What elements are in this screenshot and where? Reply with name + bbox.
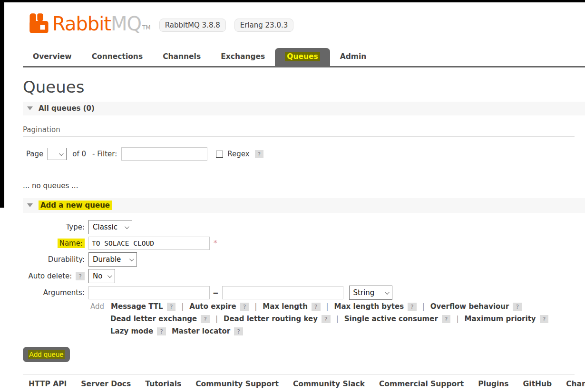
window-border-left (0, 0, 4, 208)
footer-link-community-support[interactable]: Community Support (195, 380, 279, 388)
nav-tabs: OverviewConnectionsChannelsExchangesQueu… (23, 48, 585, 67)
page-title: Queues (23, 77, 585, 96)
type-label: Type: (23, 223, 85, 231)
version-badge-rabbitmq: RabbitMQ 3.8.8 (159, 19, 226, 32)
argument-type-select[interactable]: String (349, 286, 392, 300)
separator: | (336, 315, 339, 323)
argument-link-max-length-bytes[interactable]: Max length bytes (334, 302, 404, 311)
help-icon[interactable]: ? (201, 315, 210, 323)
type-select[interactable]: Classic (88, 220, 132, 234)
help-icon[interactable]: ? (408, 303, 417, 311)
footer-link-tutorials[interactable]: Tutorials (145, 380, 181, 388)
arguments-row: Arguments: = String (23, 286, 585, 300)
argument-link-lazy-mode[interactable]: Lazy mode (110, 327, 153, 335)
tab-exchanges[interactable]: Exchanges (211, 48, 275, 66)
add-queue-button[interactable]: Add queue (23, 347, 70, 362)
chevron-down-icon (125, 224, 129, 229)
help-icon[interactable]: ? (442, 315, 451, 323)
help-icon[interactable]: ? (540, 315, 549, 323)
chevron-down-icon (107, 273, 112, 278)
auto-delete-select-value: No (93, 272, 102, 280)
tab-label: Channels (163, 52, 201, 61)
argument-link-maximum-priority[interactable]: Maximum priority (465, 315, 536, 323)
auto-delete-label: Auto delete: (28, 272, 72, 280)
help-icon[interactable]: ? (312, 303, 321, 311)
name-row: Name: * (23, 237, 585, 250)
durability-select-value: Durable (93, 255, 121, 264)
all-queues-section-header[interactable]: All queues (0) (23, 102, 585, 115)
help-icon[interactable]: ? (234, 327, 243, 335)
footer-link-github[interactable]: GitHub (523, 380, 552, 388)
tab-connections[interactable]: Connections (82, 48, 153, 66)
separator: | (456, 315, 458, 323)
filter-label: - Filter: (92, 150, 117, 158)
auto-delete-select[interactable]: No (88, 269, 115, 283)
help-icon[interactable]: ? (167, 303, 176, 311)
argument-link-auto-expire[interactable]: Auto expire (189, 302, 236, 311)
help-icon[interactable]: ? (240, 303, 249, 311)
add-word-label: Add (90, 302, 104, 311)
separator: | (326, 302, 329, 311)
queue-name-input[interactable] (88, 237, 210, 250)
collapse-triangle-icon (27, 106, 33, 110)
name-label: Name: (58, 239, 85, 248)
argument-links-row: AddMessage TTL?|Auto expire?|Max length?… (90, 302, 585, 311)
logo-wordmark: RabbitMQ (52, 14, 141, 34)
durability-select[interactable]: Durable (88, 252, 137, 267)
help-icon[interactable]: ? (322, 315, 331, 323)
tab-overview[interactable]: Overview (23, 48, 82, 66)
argument-link-dead-letter-routing-key[interactable]: Dead letter routing key (224, 315, 318, 323)
footer-link-commercial-support[interactable]: Commercial Support (379, 380, 464, 388)
help-icon[interactable]: ? (157, 327, 166, 335)
tab-channels[interactable]: Channels (153, 48, 211, 66)
chevron-down-icon (385, 290, 390, 295)
help-icon[interactable]: ? (513, 303, 522, 311)
rabbitmq-logo-icon (29, 13, 52, 34)
argument-link-message-ttl[interactable]: Message TTL (111, 302, 163, 311)
footer-link-server-docs[interactable]: Server Docs (81, 380, 131, 388)
page-label: Page (26, 150, 43, 158)
auto-delete-row: Auto delete: ? No (23, 269, 585, 283)
chevron-down-icon (129, 257, 134, 261)
separator: | (254, 302, 257, 311)
rabbitmq-logo[interactable]: RabbitMQ TM (29, 13, 151, 34)
header: RabbitMQ TM RabbitMQ 3.8.8 Erlang 23.0.3 (29, 0, 585, 34)
argument-key-input[interactable] (88, 286, 210, 299)
auto-delete-help-icon[interactable]: ? (76, 272, 85, 280)
window-border-top (0, 0, 585, 2)
add-queue-section-label: Add a new queue (39, 201, 112, 210)
tab-label: Exchanges (221, 52, 265, 61)
all-queues-label: All queues (0) (39, 104, 95, 113)
argument-link-overflow-behaviour[interactable]: Overflow behaviour (430, 302, 509, 311)
tab-label: Queues (285, 52, 320, 61)
regex-help-icon[interactable]: ? (255, 150, 264, 158)
filter-input[interactable] (121, 147, 207, 161)
argument-link-dead-letter-exchange[interactable]: Dead letter exchange (110, 315, 197, 323)
argument-value-input[interactable] (222, 286, 343, 299)
tab-queues[interactable]: Queues (275, 48, 330, 66)
argument-links-row: Lazy mode?Master locator? (90, 327, 585, 335)
argument-link-single-active-consumer[interactable]: Single active consumer (344, 315, 438, 323)
add-queue-section-header[interactable]: Add a new queue (23, 198, 585, 213)
footer-link-plugins[interactable]: Plugins (478, 380, 508, 388)
tab-label: Overview (33, 52, 72, 61)
argument-type-select-value: String (353, 288, 375, 297)
logo-trademark: TM (142, 21, 151, 34)
footer-link-community-slack[interactable]: Community Slack (293, 380, 365, 388)
pagination-controls: Page of 0 - Filter: Regex ? (23, 147, 585, 161)
version-badges: RabbitMQ 3.8.8 Erlang 23.0.3 (159, 19, 294, 32)
separator: | (215, 315, 218, 323)
add-queue-form: Type: Classic Name: * Durability: Durabl… (23, 220, 585, 362)
page-select[interactable] (48, 148, 67, 160)
chevron-down-icon (59, 151, 64, 156)
footer-link-http-api[interactable]: HTTP API (29, 380, 67, 388)
argument-link-max-length[interactable]: Max length (263, 302, 308, 311)
regex-checkbox[interactable] (216, 151, 223, 158)
required-marker: * (214, 239, 217, 248)
argument-link-master-locator[interactable]: Master locator (172, 327, 230, 335)
durability-row: Durability: Durable (23, 252, 585, 267)
argument-links: AddMessage TTL?|Auto expire?|Max length?… (90, 302, 585, 335)
footer-link-changelog[interactable]: Changelog (566, 380, 585, 388)
tab-admin[interactable]: Admin (330, 48, 377, 66)
equals-sign: = (213, 288, 219, 297)
